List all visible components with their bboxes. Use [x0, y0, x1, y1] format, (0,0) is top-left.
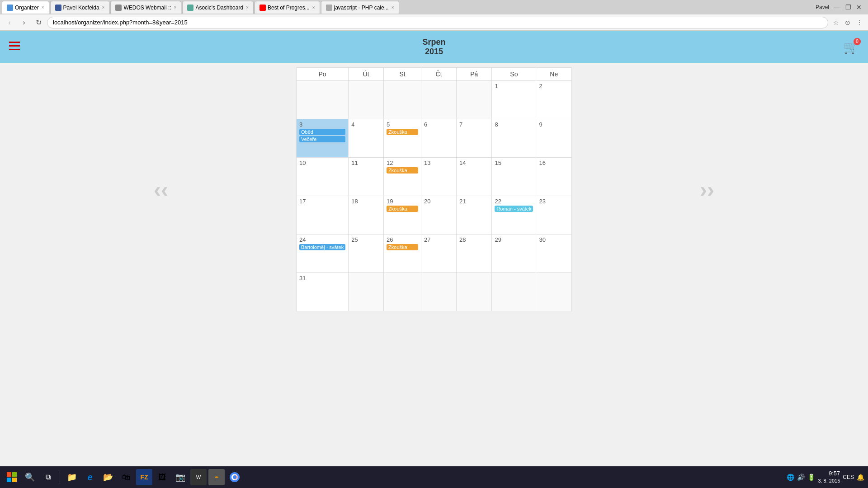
tab-close-dash[interactable]: × [246, 5, 249, 10]
calendar-day-27[interactable]: 27 [421, 235, 457, 273]
store-button[interactable]: 🛍 [118, 469, 134, 485]
edge-button[interactable]: e [82, 469, 98, 485]
event-bar-12-0[interactable]: Zkouška [387, 167, 418, 174]
tab-dash[interactable]: Asocic's Dashboard × [182, 1, 254, 14]
calendar-day-14[interactable]: 14 [457, 158, 492, 196]
tab-fb[interactable]: Pavel Kocfelda × [50, 1, 110, 14]
calendar-day-empty-0[interactable] [297, 81, 349, 119]
calendar-day-20[interactable]: 20 [421, 196, 457, 235]
event-bar-3-0[interactable]: Oběd [299, 129, 345, 135]
calendar-day-22[interactable]: 22Roman - svátek [492, 196, 536, 235]
calendar-day-28[interactable]: 28 [457, 235, 492, 273]
calendar-day-1[interactable]: 1 [492, 81, 536, 119]
calendar-day-21[interactable]: 21 [457, 196, 492, 235]
clock-time: 9:57 [818, 469, 840, 478]
back-button[interactable]: ‹ [4, 17, 15, 28]
close-button[interactable]: ✕ [855, 4, 863, 11]
task-view-button[interactable]: ⧉ [40, 469, 56, 485]
calendar-day-17[interactable]: 17 [297, 196, 349, 235]
calendar-day-10[interactable]: 10 [297, 158, 349, 196]
tab-yt[interactable]: Best of Progres... × [255, 1, 320, 14]
address-bar[interactable] [47, 17, 828, 28]
search-taskbar-button[interactable]: 🔍 [22, 469, 38, 485]
calendar-day-26[interactable]: 26Zkouška [384, 235, 421, 273]
calendar-day-empty-2[interactable] [384, 273, 421, 311]
calendar-day-empty-3[interactable] [421, 273, 457, 311]
calendar-day-25[interactable]: 25 [349, 235, 384, 273]
calendar-day-empty-1[interactable] [349, 81, 384, 119]
taskbar-divider1 [60, 470, 60, 484]
forward-button[interactable]: › [18, 17, 30, 28]
wacom-button[interactable]: W [190, 469, 207, 485]
tab-label-js: javascript - PHP cale... [334, 5, 389, 11]
filezilla-button[interactable]: FZ [136, 469, 152, 485]
calendar-day-24[interactable]: 24Bartoloměj - svátek [297, 235, 349, 273]
menu-icon[interactable] [9, 42, 20, 53]
event-bar-3-1[interactable]: Večeře [299, 136, 345, 142]
tab-js[interactable]: javascript - PHP cale... × [321, 1, 399, 14]
tab-close-fb[interactable]: × [102, 5, 105, 10]
bookmark-button[interactable]: ☆ [831, 18, 841, 28]
taskbar-time[interactable]: 9:57 3. 8. 2015 [818, 469, 840, 485]
event-bar-24-0[interactable]: Bartoloměj - svátek [299, 244, 345, 250]
day-number-31: 31 [299, 275, 345, 282]
photos-button[interactable]: 🖼 [154, 469, 170, 485]
file-manager-button[interactable]: 📂 [100, 469, 116, 485]
camera-button[interactable]: 📷 [172, 469, 189, 485]
calendar-day-empty-2[interactable] [384, 81, 421, 119]
calendar-day-empty-4[interactable] [457, 81, 492, 119]
calendar-day-5[interactable]: 5Zkouška [384, 119, 421, 158]
calendar-day-7[interactable]: 7 [457, 119, 492, 158]
tab-icon-js [326, 5, 332, 11]
start-button[interactable] [4, 469, 20, 485]
event-bar-19-0[interactable]: Zkouška [387, 206, 418, 212]
restore-button[interactable]: ❐ [844, 4, 852, 11]
calendar-day-12[interactable]: 12Zkouška [384, 158, 421, 196]
reload-button[interactable]: ↻ [33, 17, 44, 28]
calendar-day-29[interactable]: 29 [492, 235, 536, 273]
event-bar-5-0[interactable]: Zkouška [387, 129, 418, 135]
tab-close-organizer[interactable]: × [42, 5, 44, 10]
event-bar-22-0[interactable]: Roman - svátek [495, 206, 533, 212]
minimize-button[interactable]: — [834, 4, 841, 11]
calendar-day-9[interactable]: 9 [536, 119, 572, 158]
tab-close-yt[interactable]: × [312, 5, 315, 10]
calendar-day-empty-3[interactable] [421, 81, 457, 119]
tab-organizer[interactable]: Organizer × [2, 1, 49, 14]
tab-mail[interactable]: WEDOS Webmail :: × [110, 1, 181, 14]
settings-button[interactable]: ⋮ [854, 18, 864, 28]
calendar-day-empty-6[interactable] [536, 273, 572, 311]
app-extra-button[interactable]: ✒ [208, 469, 225, 485]
chrome-taskbar-button[interactable] [226, 469, 243, 485]
cart-button[interactable]: 🛒 0 [843, 40, 859, 55]
calendar-day-empty-4[interactable] [457, 273, 492, 311]
calendar-day-23[interactable]: 23 [536, 196, 572, 235]
tab-close-mail[interactable]: × [174, 5, 177, 10]
calendar-day-empty-1[interactable] [349, 273, 384, 311]
calendar-day-3[interactable]: 3ObědVečeře [297, 119, 349, 158]
calendar-day-8[interactable]: 8 [492, 119, 536, 158]
day-number-17: 17 [299, 198, 345, 205]
calendar-day-6[interactable]: 6 [421, 119, 457, 158]
calendar-day-30[interactable]: 30 [536, 235, 572, 273]
calendar-day-13[interactable]: 13 [421, 158, 457, 196]
day-number-22: 22 [495, 198, 533, 205]
calendar-day-11[interactable]: 11 [349, 158, 384, 196]
calendar-day-empty-5[interactable] [492, 273, 536, 311]
calendar-day-2[interactable]: 2 [536, 81, 572, 119]
event-bar-26-0[interactable]: Zkouška [387, 244, 418, 250]
calendar-day-18[interactable]: 18 [349, 196, 384, 235]
prev-month-button[interactable]: ‹‹ [154, 177, 168, 202]
calendar-day-15[interactable]: 15 [492, 158, 536, 196]
file-explorer-button[interactable]: 📁 [64, 469, 80, 485]
extensions-button[interactable]: ⊙ [843, 18, 853, 28]
tab-icon-organizer [7, 5, 13, 11]
tab-close-js[interactable]: × [392, 5, 394, 10]
calendar-day-4[interactable]: 4 [349, 119, 384, 158]
browser-controls: ‹ › ↻ ☆ ⊙ ⋮ [0, 14, 868, 31]
next-month-button[interactable]: ›› [700, 177, 714, 202]
notification-button[interactable]: 🔔 [857, 474, 864, 481]
calendar-day-19[interactable]: 19Zkouška [384, 196, 421, 235]
calendar-day-16[interactable]: 16 [536, 158, 572, 196]
calendar-day-31[interactable]: 31 [297, 273, 349, 311]
